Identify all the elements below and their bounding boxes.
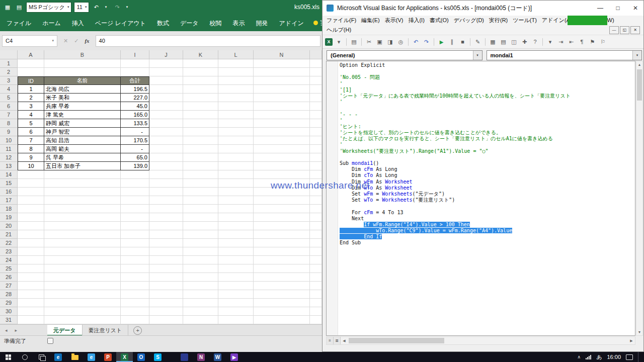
cell[interactable]: 2 [18, 94, 44, 102]
redo-icon[interactable]: ↷ [113, 3, 122, 12]
cell[interactable] [183, 145, 218, 153]
cell[interactable] [44, 316, 121, 324]
scroll-left-icon[interactable]: ◀ [341, 339, 348, 343]
cell[interactable] [183, 119, 218, 128]
menu-item[interactable]: ツール(T) [510, 16, 539, 25]
column-header[interactable]: J [149, 50, 183, 59]
taskbar-onenote[interactable]: N [193, 352, 209, 362]
cell[interactable] [254, 316, 310, 324]
cell[interactable] [121, 59, 149, 68]
cell[interactable] [18, 273, 44, 282]
scroll-right-icon[interactable]: ▶ [628, 339, 635, 343]
cell[interactable]: 165.0 [121, 111, 149, 119]
cell[interactable] [183, 307, 218, 316]
cell[interactable] [44, 256, 121, 264]
cell[interactable]: 五日市 加奈子 [44, 162, 121, 170]
cell[interactable]: 兵庫 早希 [44, 102, 121, 111]
excel-app-icon[interactable]: ▦ [3, 3, 12, 12]
formula-input[interactable]: 40 [96, 35, 320, 47]
ribbon-tab[interactable]: ファイル [1, 14, 37, 31]
cell[interactable]: 名前 [44, 76, 121, 85]
cell[interactable] [310, 59, 322, 68]
cell[interactable] [254, 111, 310, 119]
row-header[interactable]: 14 [0, 170, 18, 179]
cell[interactable]: 高岡 範夫 [44, 145, 121, 153]
cell[interactable] [18, 264, 44, 273]
undo-icon[interactable]: ↶ [92, 3, 101, 12]
toolbar-options-icon[interactable]: ▾ [546, 38, 554, 46]
cell[interactable] [44, 230, 121, 239]
cell[interactable] [44, 59, 121, 68]
cell[interactable] [254, 153, 310, 162]
cell[interactable] [44, 188, 121, 196]
cell[interactable] [121, 290, 149, 299]
cell[interactable] [254, 128, 310, 136]
cell[interactable] [121, 256, 149, 264]
cell[interactable]: 1 [18, 85, 44, 94]
taskbar-word[interactable]: W [209, 352, 226, 362]
row-header[interactable]: 27 [0, 282, 18, 290]
cell[interactable]: ID [18, 76, 44, 85]
column-header[interactable]: I [121, 50, 149, 59]
cell[interactable] [18, 179, 44, 188]
cell[interactable] [183, 170, 218, 179]
cell[interactable]: 7 [18, 136, 44, 145]
properties-window-icon[interactable]: ▤ [499, 38, 508, 46]
copy-icon[interactable]: ▣ [375, 38, 384, 46]
cell[interactable]: 6 [18, 128, 44, 136]
cell[interactable] [254, 273, 310, 282]
cell[interactable] [44, 299, 121, 307]
cell[interactable] [149, 282, 183, 290]
cell[interactable] [254, 230, 310, 239]
taskbar-internet-explorer[interactable]: e [83, 352, 100, 362]
qat-customize-icon[interactable]: ▾ [122, 3, 131, 12]
cell[interactable] [183, 68, 218, 76]
menu-item[interactable]: 実行(R) [487, 16, 510, 25]
cell[interactable] [254, 299, 310, 307]
cell[interactable]: - [121, 128, 149, 136]
taskbar-clock[interactable]: 16:00 [607, 354, 621, 360]
cell[interactable] [218, 94, 254, 102]
cell[interactable] [121, 307, 149, 316]
cell[interactable]: 静岡 威宏 [44, 119, 121, 128]
cell[interactable] [149, 307, 183, 316]
cell[interactable] [254, 145, 310, 153]
cell[interactable] [310, 111, 322, 119]
scroll-down-icon[interactable]: ▼ [638, 329, 641, 335]
row-header[interactable]: 2 [0, 68, 18, 76]
row-header[interactable]: 9 [0, 128, 18, 136]
ribbon-tab[interactable]: アドイン [274, 14, 309, 31]
save-icon[interactable]: ▤ [15, 3, 24, 12]
cell[interactable]: 津 篤史 [44, 111, 121, 119]
code-margin[interactable] [327, 61, 338, 335]
cell[interactable] [183, 273, 218, 282]
cell[interactable]: 4 [18, 111, 44, 119]
menu-item[interactable]: デバッグ(D) [451, 16, 487, 25]
cell[interactable] [183, 213, 218, 222]
cell[interactable] [254, 196, 310, 205]
menu-item[interactable]: ファイル(F) [324, 16, 359, 25]
cell[interactable] [121, 247, 149, 256]
row-header[interactable]: 8 [0, 119, 18, 128]
row-header[interactable]: 11 [0, 145, 18, 153]
cell[interactable] [44, 213, 121, 222]
cell[interactable] [218, 239, 254, 247]
ribbon-tab[interactable]: 開発 [251, 14, 274, 31]
cell[interactable] [44, 196, 121, 205]
procedure-view-button[interactable]: ≡ [327, 337, 334, 344]
cell[interactable]: 9 [18, 153, 44, 162]
cell[interactable] [218, 128, 254, 136]
cell[interactable] [218, 273, 254, 282]
cell[interactable] [121, 205, 149, 213]
cell[interactable] [218, 264, 254, 273]
cell[interactable]: 米子 美和 [44, 94, 121, 102]
cell[interactable] [18, 239, 44, 247]
cell[interactable] [254, 136, 310, 145]
help-icon[interactable]: ? [531, 38, 539, 46]
cell[interactable] [183, 247, 218, 256]
paste-icon[interactable]: ◨ [386, 38, 394, 46]
cell[interactable] [149, 239, 183, 247]
row-header[interactable]: 4 [0, 85, 18, 94]
taskbar-outlook[interactable]: O [133, 352, 149, 362]
cell[interactable] [18, 299, 44, 307]
